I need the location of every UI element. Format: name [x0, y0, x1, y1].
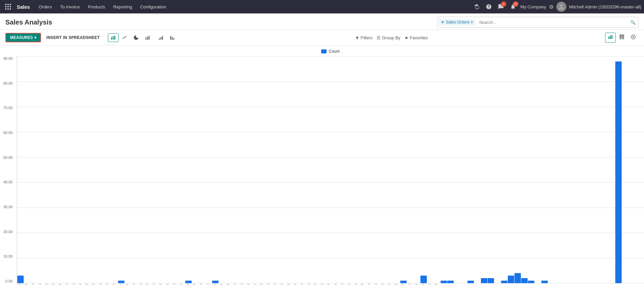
- svg-rect-22: [170, 36, 171, 40]
- apps-menu-icon[interactable]: [3, 1, 13, 12]
- sub-header: Sales Analysis ▼ Sales Orders × 🔍: [0, 13, 644, 30]
- bar-chart-btn[interactable]: [108, 33, 119, 42]
- legend-color-swatch: [321, 49, 327, 53]
- svg-rect-24: [173, 38, 174, 40]
- svg-rect-5: [10, 6, 11, 7]
- search-submit-icon[interactable]: 🔍: [628, 18, 638, 26]
- svg-rect-31: [619, 37, 621, 38]
- svg-point-35: [633, 36, 634, 38]
- y-axis-label: 60.00: [3, 131, 13, 135]
- chart-legend: Count: [17, 49, 644, 54]
- nav-products[interactable]: Products: [84, 3, 108, 11]
- nav-configuration[interactable]: Configuration: [137, 3, 169, 11]
- nav-reporting[interactable]: Reporting: [110, 3, 135, 11]
- measures-dropdown-icon: ▾: [34, 35, 36, 40]
- svg-rect-12: [114, 36, 115, 40]
- settings-icon[interactable]: ⚙: [549, 4, 554, 10]
- svg-rect-30: [622, 36, 624, 37]
- svg-rect-33: [619, 39, 621, 39]
- y-axis-label: 30.00: [3, 205, 13, 209]
- measures-button[interactable]: MEASURES ▾: [5, 33, 41, 42]
- nav-orders[interactable]: Orders: [35, 3, 55, 11]
- activity-icon[interactable]: 37: [508, 2, 518, 11]
- svg-rect-21: [162, 36, 163, 40]
- svg-rect-28: [619, 35, 624, 36]
- chat-icon[interactable]: 4: [496, 2, 506, 11]
- insert-spreadsheet-button[interactable]: INSERT IN SPREADSHEET: [44, 34, 102, 42]
- favorites-button[interactable]: ★ Favorites: [404, 35, 428, 40]
- svg-rect-17: [148, 36, 149, 40]
- y-axis-label: 40.00: [3, 180, 13, 184]
- search-bar: ▼ Sales Orders × 🔍: [437, 17, 639, 28]
- svg-rect-29: [619, 36, 621, 37]
- svg-rect-27: [611, 35, 612, 39]
- chart-view-btn[interactable]: [605, 33, 616, 43]
- svg-rect-1: [7, 4, 8, 5]
- y-axis-label: 90.00: [3, 56, 13, 60]
- svg-point-9: [560, 4, 562, 7]
- filter-group: ▼ Filters ☰ Group By ★ Favorites: [355, 35, 428, 40]
- bug-icon[interactable]: [472, 2, 481, 11]
- svg-rect-26: [610, 36, 611, 39]
- chart-inner: 90.0080.0070.0060.0050.0040.0030.0020.00…: [17, 56, 644, 283]
- pivot-view-btn[interactable]: [628, 33, 639, 43]
- pivot-btn[interactable]: [142, 33, 153, 42]
- svg-rect-4: [7, 6, 8, 7]
- chart-type-buttons: [108, 33, 153, 42]
- view-type-buttons: [605, 33, 639, 43]
- favorites-icon: ★: [404, 35, 409, 40]
- svg-rect-13: [145, 38, 146, 40]
- company-name[interactable]: My Company: [520, 4, 546, 9]
- search-filter-tag[interactable]: ▼ Sales Orders ×: [439, 19, 475, 25]
- group-by-button[interactable]: ☰ Group By: [377, 35, 400, 40]
- svg-rect-32: [622, 37, 624, 38]
- table-view-btn[interactable]: [616, 33, 627, 43]
- svg-rect-14: [145, 37, 146, 38]
- x-axis-labels: 01 Sep 202107 Sep 202113 Sep 202119 Sep …: [17, 284, 644, 303]
- grid-line: [17, 283, 644, 283]
- activity-badge: 37: [513, 1, 518, 7]
- search-input[interactable]: [476, 20, 628, 25]
- svg-rect-15: [147, 37, 148, 40]
- support-icon[interactable]: [484, 2, 493, 11]
- page-title: Sales Analysis: [5, 18, 52, 26]
- sort-desc-btn[interactable]: [167, 33, 178, 42]
- y-axis-label: 70.00: [3, 106, 13, 110]
- svg-rect-19: [159, 38, 160, 40]
- filters-button[interactable]: ▼ Filters: [355, 35, 373, 40]
- chart-container: Count 90.0080.0070.0060.0050.0040.0030.0…: [0, 46, 644, 306]
- chat-badge: 4: [501, 1, 506, 7]
- user-name[interactable]: Mitchell Admin (19203296-master-all): [569, 4, 641, 9]
- svg-rect-11: [113, 36, 114, 40]
- toolbar: MEASURES ▾ INSERT IN SPREADSHEET ▼ Filte…: [0, 30, 644, 46]
- top-nav-right: 4 37 My Company ⚙ Mitchell Admin (192032…: [472, 2, 641, 12]
- sort-buttons: [156, 33, 178, 42]
- sort-asc-btn[interactable]: [156, 33, 166, 42]
- y-axis-label: 10.00: [3, 254, 13, 258]
- y-axis-label: 50.00: [3, 156, 13, 160]
- pie-chart-btn[interactable]: [131, 33, 141, 42]
- group-by-icon: ☰: [377, 35, 381, 40]
- svg-rect-16: [147, 36, 148, 37]
- filter-tag-label: Sales Orders: [446, 20, 469, 25]
- top-nav: Sales Orders To Invoice Products Reporti…: [0, 0, 644, 13]
- filter-remove-btn[interactable]: ×: [471, 20, 473, 25]
- svg-rect-23: [172, 37, 173, 40]
- svg-rect-25: [608, 37, 609, 39]
- app-name[interactable]: Sales: [17, 4, 30, 10]
- filters-icon: ▼: [355, 35, 359, 40]
- svg-rect-18: [148, 35, 149, 36]
- nav-to-invoice[interactable]: To Invoice: [57, 3, 83, 11]
- legend-label: Count: [329, 49, 339, 54]
- svg-rect-3: [5, 6, 6, 7]
- line-chart-btn[interactable]: [119, 33, 130, 42]
- y-axis-label: 20.00: [3, 230, 13, 234]
- svg-rect-8: [10, 8, 11, 9]
- user-avatar[interactable]: [556, 2, 566, 12]
- y-axis-label: 0.00: [3, 279, 13, 283]
- filter-tag-icon: ▼: [441, 20, 444, 24]
- x-axis-label: 08 Sep 2022: [434, 284, 445, 286]
- y-axis: 90.0080.0070.0060.0050.0040.0030.0020.00…: [2, 56, 14, 283]
- svg-rect-0: [5, 4, 6, 5]
- svg-rect-6: [5, 8, 6, 9]
